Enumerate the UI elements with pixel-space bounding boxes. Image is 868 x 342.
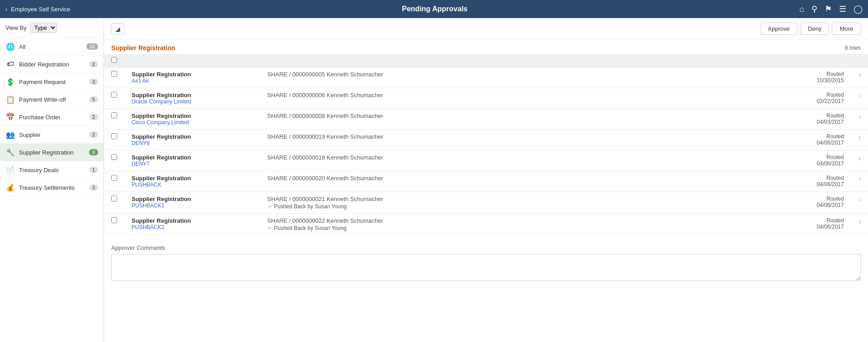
pushback-text: Pushed Back by Susan Young <box>274 225 347 231</box>
table-row: Supplier Registration Cisco Company Limi… <box>104 109 868 130</box>
header-icons: ⌂ ⚲ ⚑ ☰ ◯ <box>799 4 863 14</box>
row-type-cell: Supplier Registration A#1 Air <box>124 67 260 88</box>
item-name[interactable]: PUSHBACK1 <box>132 202 253 209</box>
sidebar-item-purchase-order[interactable]: 📅 Purchase Order 2 <box>0 108 104 126</box>
item-date: 10/30/2015 <box>777 77 844 84</box>
chevron-right-icon: › <box>859 92 861 99</box>
viewby-select[interactable]: Type <box>30 23 57 33</box>
row-detail-cell: SHARE / 0000000018 Kenneth Schumacher <box>260 150 770 171</box>
table-row: Supplier Registration PUSHBACK1 SHARE / … <box>104 192 868 214</box>
sidebar-label-supplier-registration: Supplier Registration <box>19 149 85 156</box>
row-type-cell: Supplier Registration PUSHBACK1 <box>124 192 260 214</box>
table-row: Supplier Registration Oracle Company Lim… <box>104 88 868 109</box>
sidebar-icon-bidder-registration: 🏷 <box>5 59 15 69</box>
deny-button[interactable]: Deny <box>800 23 829 35</box>
filter-button[interactable]: ◢ <box>111 23 124 35</box>
sidebar-item-treasury-deals[interactable]: 📄 Treasury Deals 1 <box>0 161 104 179</box>
row-checkbox-cell <box>104 109 124 130</box>
chevron-right-icon: › <box>859 112 861 120</box>
row-checkbox-3[interactable] <box>111 133 117 139</box>
back-button[interactable]: ‹ Employee Self Service <box>5 6 70 13</box>
pushback-icon: ☞ <box>267 203 272 210</box>
item-name[interactable]: Cisco Company Limited <box>132 119 253 126</box>
item-date: 04/06/2017 <box>777 160 844 167</box>
item-type: Supplier Registration <box>132 154 253 161</box>
sidebar-item-payment-request[interactable]: 💲 Payment Request 3 <box>0 73 104 91</box>
comments-label: Approver Comments <box>111 244 861 251</box>
sidebar-badge-payment-writeoff: 5 <box>89 96 98 103</box>
row-checkbox-6[interactable] <box>111 196 117 201</box>
user-icon[interactable]: ◯ <box>854 4 863 14</box>
item-name[interactable]: DENY7 <box>132 161 253 167</box>
toolbar-left: ◢ <box>111 23 124 35</box>
row-checkbox-4[interactable] <box>111 154 117 160</box>
toolbar: ◢ Approve Deny More <box>104 18 868 40</box>
sidebar-badge-supplier: 2 <box>89 131 98 138</box>
table-row: Supplier Registration PUSHBACK SHARE / 0… <box>104 171 868 192</box>
sidebar-item-supplier[interactable]: 👥 Supplier 2 <box>0 126 104 144</box>
section-count: 8 rows <box>845 45 861 51</box>
sidebar-item-treasury-settlements[interactable]: 💰 Treasury Settlements 3 <box>0 179 104 197</box>
table-row: Supplier Registration A#1 Air SHARE / 00… <box>104 67 868 88</box>
row-checkbox-cell <box>104 171 124 192</box>
flag-icon[interactable]: ⚑ <box>825 4 832 14</box>
item-name[interactable]: A#1 Air <box>132 78 253 84</box>
item-detail: SHARE / 0000000006 Kenneth Schumacher <box>267 92 763 98</box>
item-name[interactable]: Oracle Company Limited <box>132 98 253 105</box>
home-icon[interactable]: ⌂ <box>799 5 804 14</box>
row-arrow-cell[interactable]: › <box>851 130 868 150</box>
row-checkbox-7[interactable] <box>111 217 117 223</box>
item-name[interactable]: PUSHBACK2 <box>132 224 253 230</box>
top-header: ‹ Employee Self Service Pending Approval… <box>0 0 868 18</box>
item-status: Routed <box>777 112 844 119</box>
row-arrow-cell[interactable]: › <box>851 109 868 130</box>
row-checkbox-2[interactable] <box>111 112 117 118</box>
sidebar-badge-payment-request: 3 <box>89 79 98 85</box>
comments-section: Approver Comments <box>104 239 868 288</box>
item-date: 04/06/2017 <box>777 224 844 230</box>
row-status-cell: Routed 04/03/2017 <box>770 109 851 130</box>
sidebar-label-treasury-settlements: Treasury Settlements <box>19 184 85 191</box>
row-checkbox-1[interactable] <box>111 92 117 98</box>
menu-icon[interactable]: ☰ <box>839 4 846 14</box>
comments-textarea[interactable] <box>111 254 861 281</box>
row-detail-cell: SHARE / 0000000008 Kenneth Schumacher <box>260 109 770 130</box>
sidebar-badge-supplier-registration: 8 <box>89 149 98 155</box>
app-title: Employee Self Service <box>11 6 70 13</box>
row-arrow-cell[interactable]: › <box>851 67 868 88</box>
approvals-table: Supplier Registration A#1 Air SHARE / 00… <box>104 54 868 235</box>
sidebar-item-payment-writeoff[interactable]: 📋 Payment Write-off 5 <box>0 91 104 108</box>
table-row: Supplier Registration DENY7 SHARE / 0000… <box>104 150 868 171</box>
sidebar-item-supplier-registration[interactable]: 🔧 Supplier Registration 8 <box>0 144 104 161</box>
row-status-cell: Routed 04/06/2017 <box>770 130 851 150</box>
more-button[interactable]: More <box>832 23 861 35</box>
item-name[interactable]: PUSHBACK <box>132 182 253 188</box>
sidebar-label-purchase-order: Purchase Order <box>19 114 85 121</box>
row-arrow-cell[interactable]: › <box>851 192 868 214</box>
item-detail: SHARE / 0000000008 Kenneth Schumacher <box>267 112 763 119</box>
row-arrow-cell[interactable]: › <box>851 214 868 235</box>
search-icon[interactable]: ⚲ <box>811 4 817 14</box>
sidebar-item-all[interactable]: 🌐 All 26 <box>0 38 104 56</box>
sidebar-badge-treasury-deals: 1 <box>89 167 98 173</box>
row-arrow-cell[interactable]: › <box>851 88 868 109</box>
row-detail-cell: SHARE / 0000000005 Kenneth Schumacher <box>260 67 770 88</box>
row-detail-cell: SHARE / 0000000021 Kenneth Schumacher ☞ … <box>260 192 770 214</box>
sidebar-icon-supplier-registration: 🔧 <box>5 147 15 157</box>
item-status: Routed <box>777 175 844 181</box>
item-name[interactable]: DENY8 <box>132 140 253 146</box>
sidebar: View By Type 🌐 All 26 🏷 Bidder Registrat… <box>0 18 104 342</box>
pushback-text: Pushed Back by Susan Young <box>274 203 347 210</box>
item-detail: SHARE / 0000000020 Kenneth Schumacher <box>267 175 763 182</box>
row-arrow-cell[interactable]: › <box>851 171 868 192</box>
table-row: Supplier Registration DENY8 SHARE / 0000… <box>104 130 868 150</box>
item-type: Supplier Registration <box>132 71 253 78</box>
row-detail-cell: SHARE / 0000000020 Kenneth Schumacher <box>260 171 770 192</box>
row-checkbox-5[interactable] <box>111 175 117 181</box>
row-arrow-cell[interactable]: › <box>851 150 868 171</box>
main-layout: View By Type 🌐 All 26 🏷 Bidder Registrat… <box>0 18 868 342</box>
select-all-checkbox[interactable] <box>111 57 117 63</box>
sidebar-item-bidder-registration[interactable]: 🏷 Bidder Registration 2 <box>0 56 104 73</box>
approve-button[interactable]: Approve <box>760 23 797 35</box>
row-checkbox-0[interactable] <box>111 71 117 77</box>
